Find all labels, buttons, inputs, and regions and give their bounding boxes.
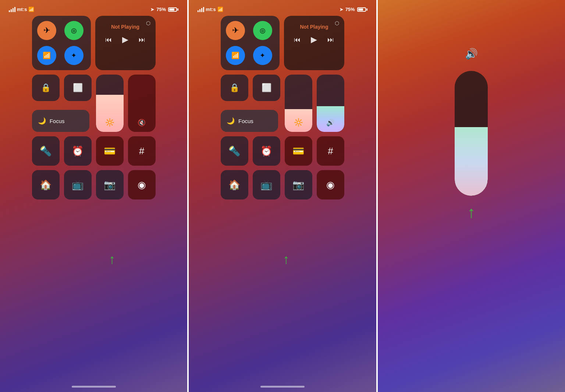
battery-pct-2: 75% — [345, 7, 355, 12]
signal-icon-2 — [198, 7, 204, 12]
wifi-btn-2[interactable]: 📶 — [226, 46, 245, 65]
volume-hud-bar — [455, 71, 488, 196]
panel-3-hud: 🔊 ↑ — [378, 0, 565, 392]
divider-1 — [187, 0, 189, 392]
wifi-icon-1: 📶 — [28, 7, 34, 12]
calculator-btn-2[interactable]: # — [317, 136, 344, 166]
camera-btn-2[interactable]: 📷 — [285, 170, 312, 199]
screen-mirror-btn-1[interactable]: ⬜ — [64, 75, 92, 101]
orientation-lock-btn-1[interactable]: 🔒 — [32, 75, 60, 101]
location-icon-1: ➤ — [150, 7, 154, 12]
now-playing-widget-2: ⬡ Not Playing ⏮ ▶ ⏭ — [284, 16, 344, 70]
connectivity-widget-1: ✈ ◎ 📶 ✦ — [32, 16, 91, 70]
location-icon-2: ➤ — [340, 7, 343, 12]
row3-2: 🔦 ⏰ 💳 # — [221, 136, 344, 166]
carrier-2: mt:s — [206, 7, 216, 12]
brightness-slider-2[interactable]: 🔆 — [285, 75, 312, 132]
btn-empty-3 — [221, 105, 248, 132]
forward-btn-1[interactable]: ⏭ — [139, 36, 145, 44]
alarm-btn-2[interactable]: ⏰ — [253, 136, 280, 166]
play-btn-2[interactable]: ▶ — [311, 35, 317, 44]
panel-1: mt:s 📶 ➤ 75% ✈ ◎ — [0, 0, 187, 392]
panel-2: mt:s 📶 ➤ 75% ✈ ◎ — [189, 0, 376, 392]
app-container: mt:s 📶 ➤ 75% ✈ ◎ — [0, 0, 565, 392]
wallet-btn-2[interactable]: 💳 — [285, 136, 312, 166]
not-playing-text-1: Not Playing — [101, 24, 150, 30]
home-indicator-1 — [72, 386, 116, 388]
status-bar-1: mt:s 📶 ➤ 75% — [0, 0, 187, 16]
camera-btn-1[interactable]: 📷 — [96, 170, 124, 199]
battery-icon-1 — [168, 7, 178, 12]
btn-empty-2 — [64, 105, 92, 132]
volume-hud-fill — [455, 127, 488, 196]
alarm-btn-1[interactable]: ⏰ — [64, 136, 92, 166]
status-right-1: ➤ 75% — [150, 7, 178, 12]
connectivity-widget-2: ✈ ◎ 📶 ✦ — [221, 16, 280, 70]
now-playing-widget-1: ⬡ Not Playing ⏮ ▶ ⏭ — [95, 16, 156, 70]
screen-mirror-btn-2[interactable]: ⬜ — [253, 75, 280, 101]
media-controls-1: ⏮ ▶ ⏭ — [101, 35, 150, 44]
divider-2 — [376, 0, 378, 392]
battery-icon-2 — [357, 7, 367, 12]
remote-btn-2[interactable]: 📺 — [253, 170, 280, 199]
volume-active-icon-2: 🔊 — [326, 119, 334, 127]
flashlight-btn-2[interactable]: 🔦 — [221, 136, 248, 166]
home-btn-1[interactable]: 🏠 — [32, 170, 60, 199]
row4-2: 🏠 📺 📷 ◉ — [221, 170, 344, 199]
wallet-btn-1[interactable]: 💳 — [96, 136, 124, 166]
volume-hud-speaker-icon: 🔊 — [465, 48, 478, 60]
green-arrow-2: ↑ — [283, 252, 289, 267]
home-indicator-2 — [260, 386, 305, 388]
accessibility-btn-1[interactable]: ◉ — [128, 170, 156, 199]
cellular-btn-1[interactable]: ◎ — [64, 21, 83, 40]
control-center-1: ✈ ◎ 📶 ✦ ⬡ Not Playing ⏮ — [28, 16, 160, 199]
wifi-btn-1[interactable]: 📶 — [37, 46, 56, 65]
top-row-1: ✈ ◎ 📶 ✦ ⬡ Not Playing ⏮ — [32, 16, 156, 70]
carrier-1: mt:s — [17, 7, 27, 12]
btn-empty-1 — [32, 105, 60, 132]
row4-1: 🏠 📺 📷 ◉ — [32, 170, 156, 199]
airplay-icon-2[interactable]: ⬡ — [335, 20, 339, 26]
home-btn-2[interactable]: 🏠 — [221, 170, 248, 199]
status-right-2: ➤ 75% — [340, 7, 367, 12]
forward-btn-2[interactable]: ⏭ — [327, 36, 334, 44]
volume-slider-1[interactable]: 🔇 — [128, 75, 156, 132]
not-playing-text-2: Not Playing — [290, 24, 338, 30]
control-center-2: ✈ ◎ 📶 ✦ ⬡ Not Playing ⏮ — [216, 16, 349, 199]
top-row-2: ✈ ◎ 📶 ✦ ⬡ Not Playing ⏮ — [221, 16, 344, 70]
airplane-btn-2[interactable]: ✈ — [226, 21, 245, 40]
rewind-btn-2[interactable]: ⏮ — [294, 36, 301, 44]
play-btn-1[interactable]: ▶ — [122, 35, 128, 44]
airplane-btn-1[interactable]: ✈ — [37, 21, 56, 40]
row3-1: 🔦 ⏰ 💳 # — [32, 136, 156, 166]
brightness-icon-1: 🔆 — [105, 118, 114, 127]
orientation-lock-btn-2[interactable]: 🔒 — [221, 75, 248, 101]
middle-grid-2: 🔒 ⬜ 🔆 🔊 — [221, 75, 344, 132]
battery-pct-1: 75% — [156, 7, 166, 12]
accessibility-btn-2[interactable]: ◉ — [317, 170, 344, 199]
rewind-btn-1[interactable]: ⏮ — [105, 36, 112, 44]
status-left-1: mt:s 📶 — [9, 7, 34, 12]
middle-grid-1: 🔒 ⬜ 🔆 🔇 — [32, 75, 156, 132]
brightness-slider-1[interactable]: 🔆 — [96, 75, 124, 132]
cellular-btn-2[interactable]: ◎ — [253, 21, 272, 40]
volume-mute-icon-1: 🔇 — [138, 119, 146, 127]
status-bar-2: mt:s 📶 ➤ 75% — [189, 0, 376, 16]
signal-icon-1 — [9, 7, 15, 12]
calculator-btn-1[interactable]: # — [128, 136, 156, 166]
btn-empty-4 — [253, 105, 280, 132]
green-arrow-1: ↑ — [109, 252, 116, 267]
bluetooth-btn-2[interactable]: ✦ — [253, 46, 272, 65]
wifi-icon-2: 📶 — [217, 7, 223, 12]
flashlight-btn-1[interactable]: 🔦 — [32, 136, 60, 166]
bluetooth-btn-1[interactable]: ✦ — [64, 46, 83, 65]
remote-btn-1[interactable]: 📺 — [64, 170, 92, 199]
status-left-2: mt:s 📶 — [198, 7, 223, 12]
media-controls-2: ⏮ ▶ ⏭ — [290, 35, 338, 44]
brightness-icon-2: 🔆 — [294, 118, 303, 127]
airplay-icon-1[interactable]: ⬡ — [146, 20, 150, 26]
green-arrow-hud: ↑ — [467, 203, 475, 222]
volume-slider-2[interactable]: 🔊 — [317, 75, 344, 132]
